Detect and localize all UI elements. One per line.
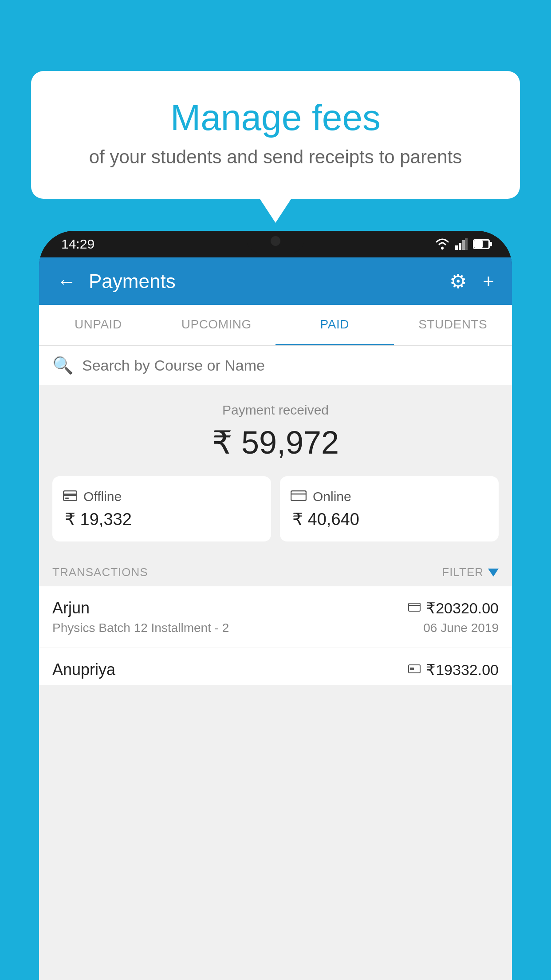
offline-card-header: Offline (63, 489, 260, 504)
speech-bubble-subtitle: of your students and send receipts to pa… (67, 146, 484, 168)
svg-rect-7 (65, 498, 69, 499)
phone: 14:29 (39, 231, 512, 980)
transaction-amount: ₹19332.00 (426, 661, 499, 679)
wifi-icon (435, 238, 450, 250)
payment-type-icon (408, 663, 421, 677)
transaction-course: Physics Batch 12 Installment - 2 (52, 621, 229, 635)
transaction-name: Arjun (52, 599, 90, 617)
transactions-header: TRANSACTIONS FILTER (39, 555, 512, 586)
tabs: UNPAID UPCOMING PAID STUDENTS (39, 305, 512, 346)
header-title: Payments (89, 270, 176, 292)
transaction-row-bottom: Physics Batch 12 Installment - 2 06 June… (52, 621, 499, 635)
svg-point-0 (441, 247, 444, 249)
battery-icon (473, 239, 490, 249)
settings-icon[interactable]: ⚙ (449, 270, 467, 292)
filter-icon (488, 569, 499, 577)
svg-rect-13 (410, 668, 414, 670)
app-screen: ← Payments ⚙ + UNPAID UPCOMING PAID STUD… (39, 257, 512, 980)
tab-unpaid[interactable]: UNPAID (39, 305, 157, 345)
speech-bubble-container: Manage fees of your students and send re… (31, 71, 520, 199)
offline-icon (63, 489, 77, 504)
transaction-name: Anupriya (52, 660, 115, 679)
tab-paid[interactable]: PAID (276, 305, 394, 345)
svg-rect-4 (465, 238, 468, 250)
online-card: Online ₹ 40,640 (280, 476, 499, 541)
svg-rect-8 (291, 491, 306, 501)
online-icon (291, 489, 307, 504)
transaction-amount-wrap: ₹20320.00 (408, 599, 499, 617)
svg-rect-2 (459, 243, 461, 250)
payment-cards: Offline ₹ 19,332 (52, 476, 499, 541)
svg-rect-10 (409, 603, 420, 611)
back-button[interactable]: ← (57, 272, 76, 291)
signal-icon (455, 238, 468, 250)
transaction-list: Arjun ₹20320.00 (39, 586, 512, 685)
online-card-header: Online (291, 489, 488, 504)
payment-type-icon (408, 601, 421, 615)
tab-students[interactable]: STUDENTS (394, 305, 512, 345)
transactions-label: TRANSACTIONS (52, 565, 148, 579)
status-bar: 14:29 (39, 231, 512, 257)
transaction-row-top: Anupriya ₹19332.00 (52, 660, 499, 679)
transaction-amount-wrap: ₹19332.00 (408, 661, 499, 679)
content-area: 🔍 Payment received ₹ 59,972 (39, 346, 512, 980)
search-bar: 🔍 (39, 346, 512, 385)
camera (271, 236, 280, 246)
transaction-item[interactable]: Arjun ₹20320.00 (39, 586, 512, 648)
header-right: ⚙ + (449, 270, 494, 292)
tab-upcoming[interactable]: UPCOMING (157, 305, 276, 345)
transaction-date: 06 June 2019 (423, 621, 499, 635)
add-icon[interactable]: + (483, 270, 494, 292)
svg-rect-1 (455, 245, 458, 250)
app-header: ← Payments ⚙ + (39, 257, 512, 305)
transaction-amount: ₹20320.00 (426, 599, 499, 617)
offline-amount: ₹ 19,332 (63, 510, 260, 529)
speech-bubble: Manage fees of your students and send re… (31, 71, 520, 199)
filter-button[interactable]: FILTER (442, 565, 499, 579)
svg-rect-6 (63, 494, 77, 496)
online-label: Online (313, 489, 351, 504)
payment-total-amount: ₹ 59,972 (52, 424, 499, 461)
phone-notch (247, 231, 304, 253)
offline-label: Offline (83, 489, 122, 504)
online-amount: ₹ 40,640 (291, 510, 488, 529)
phone-time: 14:29 (61, 237, 94, 252)
header-left: ← Payments (57, 270, 176, 292)
transaction-item[interactable]: Anupriya ₹19332.00 (39, 648, 512, 685)
speech-bubble-title: Manage fees (67, 98, 484, 138)
payment-received-label: Payment received (52, 403, 499, 418)
search-input[interactable] (82, 357, 499, 374)
offline-card: Offline ₹ 19,332 (52, 476, 271, 541)
transaction-row-top: Arjun ₹20320.00 (52, 599, 499, 617)
search-icon: 🔍 (52, 356, 73, 375)
filter-label: FILTER (442, 565, 484, 579)
svg-rect-3 (462, 240, 465, 250)
status-icons (435, 238, 490, 250)
payment-summary: Payment received ₹ 59,972 (39, 385, 512, 555)
